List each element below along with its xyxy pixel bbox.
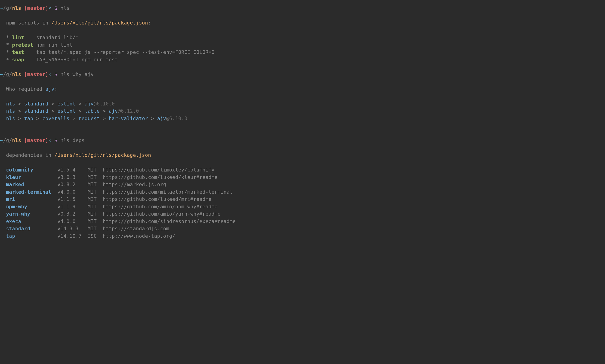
blank-line xyxy=(0,159,605,167)
chain-separator: > xyxy=(76,101,85,107)
dep-version: v0.3.2 xyxy=(57,211,88,217)
script-row: * test tap test/*.spec.js --reporter spe… xyxy=(0,49,605,56)
prompt-branch-close: ] xyxy=(45,5,48,11)
deps-header: dependencies in /Users/xilo/git/nls/pack… xyxy=(0,152,605,159)
chain-package: nls xyxy=(6,101,15,107)
chain-separator: > xyxy=(15,101,24,107)
dep-version: v14.10.7 xyxy=(57,233,88,239)
dep-row: npm-why v1.1.9 MIT https://github.com/am… xyxy=(0,203,605,211)
dep-license: MIT xyxy=(88,196,103,202)
chain-version: @6.12.0 xyxy=(118,108,139,114)
prompt-tilde: ~ xyxy=(0,138,3,143)
dep-url: https://github.com/sindresorhus/execa#re… xyxy=(103,219,236,224)
chain-package: nls xyxy=(6,116,15,121)
dep-url: https://marked.js.org xyxy=(103,182,166,187)
prompt-branch-open: [ xyxy=(21,138,27,143)
prompt-branch-close: ] xyxy=(45,72,48,77)
dep-url: https://github.com/mikaelbr/marked-termi… xyxy=(103,189,233,195)
chain-separator: > xyxy=(15,116,24,121)
chain-package: nls xyxy=(6,108,15,114)
prompt-tilde: ~ xyxy=(0,72,3,77)
prompt-line: ~/g/nls [master]× $ nls xyxy=(0,5,605,12)
prompt-branch: master xyxy=(27,5,46,11)
blank-line xyxy=(0,93,605,100)
prompt-dirty-marker: × xyxy=(48,5,51,11)
dep-version: v4.0.0 xyxy=(57,219,88,224)
blank-line xyxy=(0,64,605,71)
dep-name: marked xyxy=(6,182,57,187)
script-command: tap test/*.spec.js --reporter spec --tes… xyxy=(33,50,214,55)
prompt-dirty-marker: × xyxy=(48,72,51,77)
dep-row: marked-terminal v4.0.0 MIT https://githu… xyxy=(0,189,605,196)
chain-package: ajv xyxy=(157,116,166,121)
script-name: snap xyxy=(12,57,33,63)
chain-separator: > xyxy=(148,116,157,121)
dep-name: execa xyxy=(6,219,57,224)
prompt-dir: nls xyxy=(12,138,21,143)
dep-license: MIT xyxy=(88,211,103,217)
prompt-path-sep: /g/ xyxy=(3,138,12,143)
dep-license: MIT xyxy=(88,219,103,224)
chain-package: ajv xyxy=(109,108,118,114)
dep-license: MIT xyxy=(88,189,103,195)
dep-version: v1.1.5 xyxy=(57,196,88,202)
prompt-path-sep: /g/ xyxy=(3,72,12,77)
prompt-branch: master xyxy=(27,72,46,77)
dep-license: MIT xyxy=(88,175,103,180)
dep-url: https://github.com/amio/yarn-why#readme xyxy=(103,211,221,217)
dep-version: v1.5.4 xyxy=(57,167,88,173)
dep-version: v0.8.2 xyxy=(57,182,88,187)
deps-header-path: /Users/xilo/git/nls/package.json xyxy=(54,152,151,158)
dep-name: columnify xyxy=(6,167,57,173)
dep-row: kleur v3.0.3 MIT https://github.com/luke… xyxy=(0,174,605,181)
chain-package: ajv xyxy=(84,101,94,107)
prompt-path-sep: /g/ xyxy=(3,5,12,11)
terminal-output: ~/g/nls [master]× $ nls npm scripts in /… xyxy=(0,5,605,240)
dep-url: https://github.com/timoxley/columnify xyxy=(103,167,214,173)
chain-package: coveralls xyxy=(42,116,70,121)
dep-url: https://github.com/lukeed/mri#readme xyxy=(103,196,211,202)
chain-package: har-validator xyxy=(109,116,148,121)
prompt-branch-open: [ xyxy=(21,5,27,11)
dep-row: tap v14.10.7 ISC http://www.node-tap.org… xyxy=(0,233,605,240)
chain-separator: > xyxy=(48,108,57,114)
dep-row: yarn-why v0.3.2 MIT https://github.com/a… xyxy=(0,210,605,218)
dep-version: v1.1.9 xyxy=(57,204,88,209)
dep-url: https://github.com/amio/npm-why#readme xyxy=(103,204,218,209)
dep-row: standard v14.3.3 MIT https://standardjs.… xyxy=(0,225,605,233)
dep-name: kleur xyxy=(6,175,57,180)
prompt-line: ~/g/nls [master]× $ nls why ajv xyxy=(0,71,605,78)
command-nls-why: nls why ajv xyxy=(60,72,94,77)
prompt-line: ~/g/nls [master]× $ nls deps xyxy=(0,137,605,144)
chain-package: standard xyxy=(24,108,49,114)
dep-name: standard xyxy=(6,226,57,232)
dep-row: marked v0.8.2 MIT https://marked.js.org xyxy=(0,181,605,189)
prompt-branch-open: [ xyxy=(21,72,27,77)
chain-package: request xyxy=(79,116,100,121)
chain-separator: > xyxy=(33,116,42,121)
dependency-chain: nls > standard > eslint > ajv@6.10.0 xyxy=(0,100,605,108)
command-nls: nls xyxy=(60,5,70,11)
prompt-branch: master xyxy=(27,138,46,143)
chain-package: eslint xyxy=(57,101,76,107)
dep-row: execa v4.0.0 MIT https://github.com/sind… xyxy=(0,218,605,225)
dep-license: MIT xyxy=(88,226,103,232)
bullet-icon: * xyxy=(0,50,12,55)
script-row: * lint standard lib/* xyxy=(0,34,605,41)
script-name: test xyxy=(12,50,33,55)
who-required-header: Who required ajv: xyxy=(0,86,605,93)
chain-package: eslint xyxy=(57,108,76,114)
script-command: npm run lint xyxy=(33,42,72,48)
bullet-icon: * xyxy=(0,57,12,63)
blank-line xyxy=(0,27,605,34)
dep-license: MIT xyxy=(88,167,103,173)
script-command: TAP_SNAPSHOT=1 npm run test xyxy=(33,57,118,63)
dep-license: MIT xyxy=(88,182,103,187)
bullet-icon: * xyxy=(0,35,12,40)
prompt-dollar: $ xyxy=(51,5,60,11)
dep-version: v14.3.3 xyxy=(57,226,88,232)
chain-separator: > xyxy=(15,108,24,114)
dependency-chain: nls > tap > coveralls > request > har-va… xyxy=(0,115,605,122)
chain-package: table xyxy=(84,108,100,114)
chain-package: tap xyxy=(24,116,33,121)
